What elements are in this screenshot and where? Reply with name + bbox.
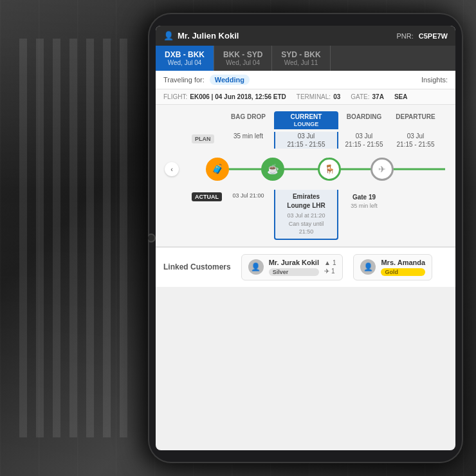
departure-detail bbox=[390, 190, 441, 240]
tab-route-3: SYD - BKK bbox=[281, 50, 320, 59]
sea-item: SEA bbox=[394, 93, 408, 100]
back-arrow[interactable]: ‹ bbox=[165, 162, 179, 176]
sea-value: SEA bbox=[394, 93, 408, 100]
header-bar: 👤 Mr. Julien Kokil PNR: C5PE7W bbox=[156, 26, 455, 46]
flight-tabs: DXB - BKK Wed, Jul 04 BKK - SYD Wed, Jul… bbox=[156, 46, 455, 71]
gate-value: 37A bbox=[372, 93, 384, 100]
stat-row-1b: ✈ 1 bbox=[324, 268, 336, 275]
terminal-item: TERMINAL: 03 bbox=[297, 93, 340, 100]
lounge-name: EmiratesLounge LHR bbox=[278, 192, 334, 210]
pnr-value: C5PE7W bbox=[419, 32, 448, 40]
customer-name-2: Mrs. Amanda bbox=[381, 259, 425, 266]
boarding-detail: Gate 19 35 min left bbox=[338, 190, 390, 240]
stage-boarding-header: BOARDING bbox=[338, 111, 390, 129]
stat-row-1a: ▲ 1 bbox=[324, 259, 336, 266]
customer-avatar-2: 👤 bbox=[360, 259, 376, 275]
customer-name-1: Mr. Jurak Kokil bbox=[269, 259, 319, 266]
terminal-label: TERMINAL: bbox=[297, 93, 331, 100]
lounge-time-detail: 03 Jul at 21:20Can stay until21:50 bbox=[278, 212, 334, 236]
flight-number-item: FLIGHT: EK006 | 04 Jun 2018, 12:56 ETD bbox=[163, 93, 286, 100]
customer-badge-2: Gold bbox=[381, 268, 425, 276]
actual-bagdrop-time: 03 Jul 21:00 bbox=[223, 190, 274, 240]
customer-avatar-1: 👤 bbox=[248, 259, 264, 275]
gate-item: GATE: 37A bbox=[351, 93, 384, 100]
stat-value-1b: 1 bbox=[331, 268, 335, 275]
stat-icon-up: ▲ bbox=[324, 259, 331, 266]
flight-value: EK006 | 04 Jun 2018, 12:56 ETD bbox=[190, 93, 286, 100]
ipad-screen: 👤 Mr. Julien Kokil PNR: C5PE7W DXB - BKK… bbox=[156, 26, 455, 450]
tab-date-2: Wed, Jul 04 bbox=[223, 59, 262, 66]
customer-info-2: Mrs. Amanda Gold bbox=[381, 259, 425, 276]
plan-lounge-time: 03 Jul21:15 - 21:55 bbox=[274, 132, 338, 149]
lounge-detail: EmiratesLounge LHR 03 Jul at 21:20Can st… bbox=[274, 190, 338, 240]
tab-bkk-syd[interactable]: BKK - SYD Wed, Jul 04 bbox=[214, 46, 272, 71]
stage-bagdrop-header: BAG DROP bbox=[223, 111, 274, 129]
boarding-time: 35 min left bbox=[338, 202, 390, 211]
plan-label: PLAN bbox=[192, 134, 214, 143]
pnr-info: PNR: C5PE7W bbox=[396, 32, 448, 40]
ipad-home-button[interactable] bbox=[148, 233, 156, 243]
passenger-info: 👤 Mr. Julien Kokil bbox=[163, 31, 239, 41]
customer-badge-1: Silver bbox=[269, 268, 319, 276]
customer-card-2[interactable]: 👤 Mrs. Amanda Gold bbox=[353, 254, 432, 280]
bg-windows bbox=[19, 39, 135, 437]
customer-stats-1: ▲ 1 ✈ 1 bbox=[324, 259, 336, 275]
pnr-label: PNR: bbox=[396, 32, 413, 40]
tab-date-3: Wed, Jul 11 bbox=[281, 59, 320, 66]
customer-card-1[interactable]: 👤 Mr. Jurak Kokil Silver ▲ 1 ✈ 1 bbox=[241, 254, 343, 280]
terminal-value: 03 bbox=[333, 93, 340, 100]
person-icon: 👤 bbox=[163, 31, 174, 41]
tab-dxb-bkk[interactable]: DXB - BKK Wed, Jul 04 bbox=[156, 46, 214, 71]
tab-route-2: BKK - SYD bbox=[223, 50, 262, 59]
departure-icon: ✈ bbox=[371, 158, 394, 181]
stat-icon-plane: ✈ bbox=[324, 268, 329, 275]
stage-empty bbox=[192, 111, 223, 129]
traveling-for-label: Traveling for: bbox=[163, 76, 205, 84]
ipad-frame: 👤 Mr. Julien Kokil PNR: C5PE7W DXB - BKK… bbox=[148, 13, 463, 463]
tab-route-1: DXB - BKK bbox=[165, 50, 205, 59]
tab-date-1: Wed, Jul 04 bbox=[165, 59, 205, 66]
stage-lounge-header: CURRENTLOUNGE bbox=[274, 111, 338, 129]
tab-syd-bkk[interactable]: SYD - BKK Wed, Jul 11 bbox=[272, 46, 330, 71]
journey-section: BAG DROP CURRENTLOUNGE BOARDING DEPARTUR… bbox=[156, 105, 455, 246]
linked-customers-section: Linked Customers 👤 Mr. Jurak Kokil Silve… bbox=[156, 246, 455, 287]
bagdrop-icon: 🧳 bbox=[206, 158, 229, 181]
customer-info-1: Mr. Jurak Kokil Silver bbox=[269, 259, 319, 276]
gate-name: Gate 19 bbox=[338, 192, 390, 202]
plan-bagdrop-time: 35 min left bbox=[223, 132, 274, 149]
insights-label: Insights: bbox=[421, 76, 448, 84]
traveling-for-value: Wedding bbox=[210, 75, 250, 85]
stat-value-1a: 1 bbox=[333, 259, 336, 266]
lounge-icon: ☕ bbox=[261, 158, 284, 181]
gate-label: GATE: bbox=[351, 93, 369, 100]
boarding-icon: 🪑 bbox=[318, 158, 341, 181]
flight-label: FLIGHT: bbox=[163, 93, 187, 100]
passenger-name: Mr. Julien Kokil bbox=[178, 31, 239, 41]
plan-departure-time: 03 Jul21:15 - 21:55 bbox=[390, 132, 441, 149]
stage-departure-header: DEPARTURE bbox=[390, 111, 441, 129]
plan-boarding-time: 03 Jul21:15 - 21:55 bbox=[338, 132, 390, 149]
linked-customers-label: Linked Customers bbox=[163, 262, 231, 271]
traveling-bar: Traveling for: Wedding Insights: bbox=[156, 71, 455, 89]
flight-info-bar: FLIGHT: EK006 | 04 Jun 2018, 12:56 ETD T… bbox=[156, 89, 455, 105]
actual-label: ACTUAL bbox=[192, 192, 222, 201]
